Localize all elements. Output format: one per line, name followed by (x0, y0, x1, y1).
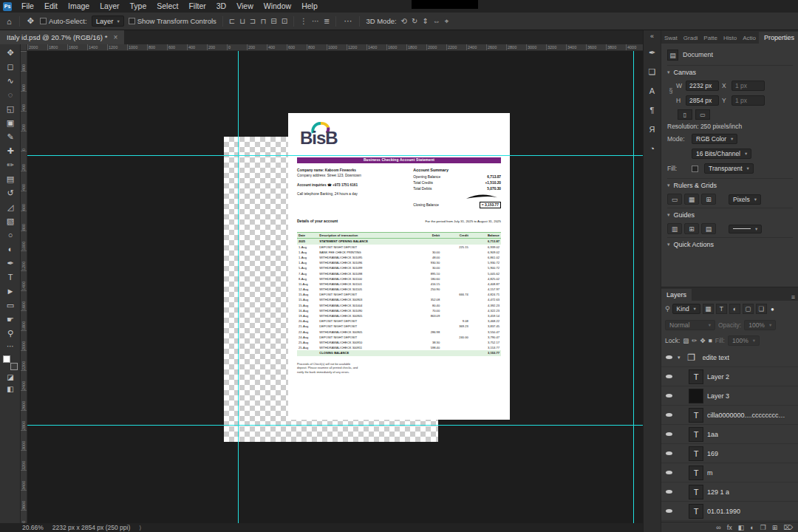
adjustment-layer-icon[interactable]: ◐ (750, 524, 754, 531)
auto-select-checkbox[interactable] (40, 18, 47, 24)
layer-visibility-toggle[interactable] (664, 355, 674, 359)
distribute-horizontal-icon[interactable]: ⋯ (312, 17, 319, 25)
shape-tool[interactable]: ▭ (0, 299, 21, 313)
link-layers-icon[interactable]: ∞ (716, 524, 720, 531)
new-group-icon[interactable]: ❐ (760, 524, 766, 531)
layer-name[interactable]: 1aa (707, 431, 718, 438)
layer-visibility-toggle[interactable] (664, 451, 674, 455)
menu-item[interactable]: 3D (211, 0, 231, 13)
filter-kind-dropdown[interactable]: Kind▾ (672, 304, 700, 314)
y-field[interactable]: 1 px (732, 95, 765, 106)
canvas[interactable]: BisB Business Checking Account Statement… (27, 51, 643, 523)
layer-visibility-toggle[interactable] (664, 432, 674, 436)
brush-settings-panel-icon[interactable]: ✒ (649, 43, 655, 62)
document-tab[interactable]: Italy id.psd @ 20.7% (RGB/16) * × (0, 30, 124, 44)
layer-name[interactable]: 169 (707, 450, 718, 457)
edit-toolbar-icon[interactable]: ⋯ (0, 341, 21, 352)
height-field[interactable]: 2854 px (686, 95, 719, 106)
status-chevron-icon[interactable]: ⟩ (139, 525, 141, 531)
align-vertical-centers-icon[interactable]: ⊟ (270, 17, 276, 25)
dodge-tool[interactable]: ◐ (0, 242, 21, 256)
fill-dropdown[interactable]: 100%▾ (728, 335, 760, 346)
layer-row[interactable]: T 1aa (661, 425, 798, 444)
screen-mode-icon[interactable]: ◧ (0, 383, 21, 395)
menu-item[interactable]: Filter (183, 0, 211, 13)
layer-row[interactable]: T m (661, 463, 798, 482)
clear-guides-icon[interactable]: ▤ (701, 223, 716, 234)
layer-name[interactable]: m (707, 469, 713, 477)
foreground-color-swatch[interactable] (3, 355, 10, 363)
layer-mask-icon[interactable]: ◧ (738, 524, 745, 531)
lock-all-icon[interactable]: ■ (709, 337, 712, 344)
adjustments-panel-icon[interactable]: ◔ (649, 139, 655, 158)
new-layer-icon[interactable]: ⊞ (772, 524, 778, 531)
statement-document[interactable]: BisB Business Checking Account Statement… (288, 113, 510, 420)
lock-image-pixels-icon[interactable]: ✏ (692, 337, 697, 344)
marquee-tool[interactable]: ◻ (0, 60, 21, 74)
distribute-vertical-icon[interactable]: ⋮ (300, 17, 307, 25)
align-right-edges-icon[interactable]: ⊐ (250, 17, 256, 25)
auto-select-checkbox-label[interactable]: Auto-Select: (40, 17, 87, 25)
panel-tab[interactable]: Properties (759, 32, 798, 44)
bit-depth-dropdown[interactable]: 16 Bits/Channel▾ (692, 149, 751, 159)
units-dropdown[interactable]: Pixels▾ (729, 194, 761, 205)
align-horizontal-centers-icon[interactable]: ⊔ (239, 17, 245, 25)
layer-name[interactable]: 01.01.1990 (707, 508, 740, 515)
zoom-tool[interactable]: ⚲ (0, 327, 21, 341)
filter-toggle-icon[interactable]: ● (771, 306, 774, 313)
layer-name[interactable]: Layer 2 (707, 373, 729, 381)
quick-actions-section-header[interactable]: ▾ Quick Actions (667, 237, 793, 250)
layer-row[interactable]: Layer 3 (661, 386, 798, 406)
move-tool[interactable]: ✥ (0, 46, 21, 60)
landscape-icon[interactable]: ▭ (695, 109, 710, 120)
zoom-level[interactable]: 20.66% (22, 524, 44, 531)
align-top-edges-icon[interactable]: ⊓ (260, 17, 266, 25)
show-transform-controls[interactable]: Show Transform Controls (129, 17, 216, 25)
lock-guides-icon[interactable]: ⊞ (684, 223, 699, 234)
filter-type-layers-icon[interactable]: T (716, 304, 727, 314)
menu-item[interactable]: File (16, 0, 39, 13)
panel-tab[interactable]: Patte (700, 33, 720, 44)
3d-roll-icon[interactable]: ↻ (412, 17, 417, 26)
horizontal-guide[interactable] (27, 155, 643, 156)
3d-orbit-icon[interactable]: ⟲ (401, 17, 407, 26)
glyphs-panel-icon[interactable]: Я (649, 120, 655, 139)
panel-tab[interactable]: Swat (661, 33, 681, 44)
3d-pan-icon[interactable]: ⇕ (422, 17, 428, 26)
panel-menu-icon[interactable]: ≡ (788, 293, 798, 301)
close-tab-icon[interactable]: × (113, 33, 117, 41)
menu-item[interactable]: Help (296, 0, 323, 13)
layers-tab[interactable]: Layers (661, 289, 692, 301)
history-brush-tool[interactable]: ↺ (0, 186, 21, 200)
blend-mode-dropdown[interactable]: Normal▾ (665, 320, 715, 330)
3d-slide-icon[interactable]: ⇔ (433, 17, 440, 26)
filter-pixel-layers-icon[interactable]: ▦ (703, 304, 714, 314)
layer-name[interactable]: edite text (703, 354, 730, 361)
auto-select-target-dropdown[interactable]: Layer▾ (92, 16, 124, 27)
portrait-icon[interactable]: ▯ (678, 109, 692, 120)
layer-visibility-toggle[interactable] (664, 413, 674, 417)
layer-name[interactable]: Layer 3 (707, 392, 729, 400)
menu-item[interactable]: Type (124, 0, 151, 13)
layer-visibility-toggle[interactable] (664, 509, 674, 513)
more-options-icon[interactable]: ⋯ (342, 16, 353, 26)
align-left-edges-icon[interactable]: ⊏ (229, 17, 235, 25)
crop-tool[interactable]: ◱ (0, 102, 21, 116)
filter-smart-objects-icon[interactable]: ❏ (756, 304, 767, 314)
new-guide-layout-icon[interactable]: ▥ (667, 223, 682, 234)
layer-name[interactable]: 129 1 a (707, 488, 729, 496)
lock-position-icon[interactable]: ✥ (700, 337, 705, 344)
hand-tool[interactable]: ☛ (0, 313, 21, 327)
grid-icon[interactable]: ▦ (684, 194, 699, 205)
guide-style-dropdown[interactable]: ▾ (729, 225, 762, 233)
show-transform-checkbox[interactable] (129, 18, 135, 24)
distribute-spacing-icon[interactable]: ≣ (324, 17, 330, 25)
eraser-tool[interactable]: ◿ (0, 200, 21, 214)
background-color-swatch[interactable] (10, 363, 18, 370)
fill-checkbox[interactable] (692, 166, 698, 172)
filter-adjustment-layers-icon[interactable]: ◐ (729, 304, 740, 314)
type-tool[interactable]: T (0, 270, 21, 284)
menu-item[interactable]: View (231, 0, 259, 13)
character-panel-icon[interactable]: A (649, 81, 655, 100)
panel-tab[interactable]: Gradi (681, 33, 701, 44)
